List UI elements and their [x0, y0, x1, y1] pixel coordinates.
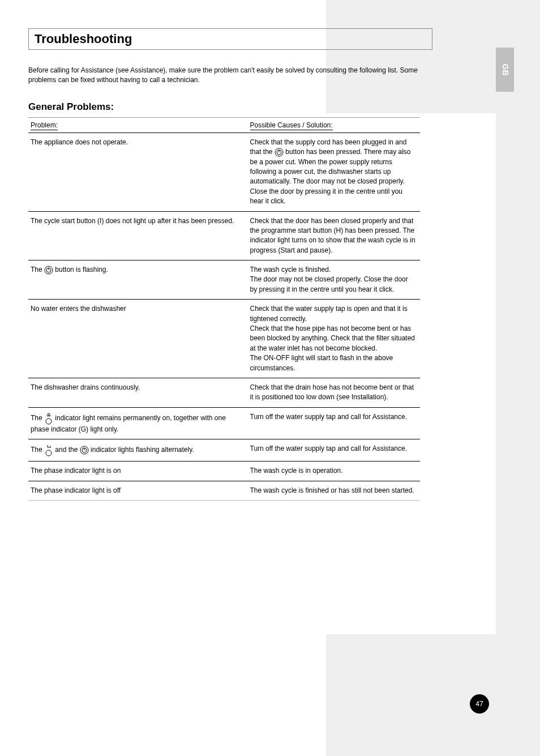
problem-cell: The indicator light remains permanently … [28, 407, 248, 439]
problem-cell: The and the [28, 439, 248, 462]
troubleshooting-table: Problem: Possible Causes / Solution: The… [28, 117, 420, 501]
power-icon [80, 446, 89, 455]
solution-cell: Turn off the water supply tap and call f… [248, 407, 420, 439]
problem-cell: No water enters the dishwasher [28, 300, 248, 378]
solution-cell: The wash cycle is finished or has still … [248, 481, 420, 500]
problem-cell: The phase indicator light is on [28, 462, 248, 481]
table-row: The dishwasher drains continuously. Chec… [28, 378, 420, 407]
page-title-box: Troubleshooting [28, 28, 432, 50]
problem-cell: The appliance does not operate. [28, 133, 248, 211]
table-row: The indicator light remains permanently … [28, 407, 420, 439]
table-row: The phase indicator light is on The wash… [28, 462, 420, 481]
solution-cell: Turn off the water supply tap and call f… [248, 439, 420, 462]
table-row: The cycle start button (I) does not ligh… [28, 211, 420, 260]
solution-cell: The wash cycle is finished. The door may… [248, 260, 420, 300]
table-row: The phase indicator light is off The was… [28, 481, 420, 500]
page-content: Troubleshooting Before calling for Assis… [28, 28, 422, 501]
page-number: 47 [470, 694, 489, 714]
language-tab: GB [496, 48, 514, 92]
problem-cell: The cycle start button (I) does not ligh… [28, 211, 248, 260]
solution-cell: Check that the door has been closed prop… [248, 211, 420, 260]
header-solution: Possible Causes / Solution: [248, 117, 420, 133]
solution-cell: Check that the drain hose has not become… [248, 378, 420, 407]
problem-cell: The dishwasher drains continuously. [28, 378, 248, 407]
problem-cell: The button is flashing. [28, 260, 248, 300]
table-row: No water enters the dishwasher Check tha… [28, 300, 420, 378]
table-header-row: Problem: Possible Causes / Solution: [28, 117, 420, 133]
header-problem: Problem: [28, 117, 248, 133]
tap-indicator-icon [44, 444, 53, 456]
power-icon [275, 148, 284, 157]
table-row: The appliance does not operate. Check th… [28, 133, 420, 211]
language-tab-label: GB [500, 64, 509, 76]
table-row: The button is flashing. The wash cycle i… [28, 260, 420, 300]
problem-cell: The phase indicator light is off [28, 481, 248, 500]
decorative-grey-strip [496, 0, 540, 756]
svg-point-6 [46, 418, 52, 424]
page-title: Troubleshooting [35, 32, 132, 46]
section-heading: General Problems: [28, 101, 422, 113]
svg-point-7 [46, 450, 52, 456]
solution-cell: Check that the supply cord has been plug… [248, 133, 420, 211]
fan-indicator-icon [44, 412, 53, 425]
solution-cell: The wash cycle is in operation. [248, 462, 420, 481]
decorative-grey-block-bottom [326, 634, 496, 756]
power-icon [44, 266, 53, 275]
table-row: The and the [28, 439, 420, 462]
intro-paragraph: Before calling for Assistance (see Assis… [28, 66, 422, 86]
solution-cell: Check that the water supply tap is open … [248, 300, 420, 378]
